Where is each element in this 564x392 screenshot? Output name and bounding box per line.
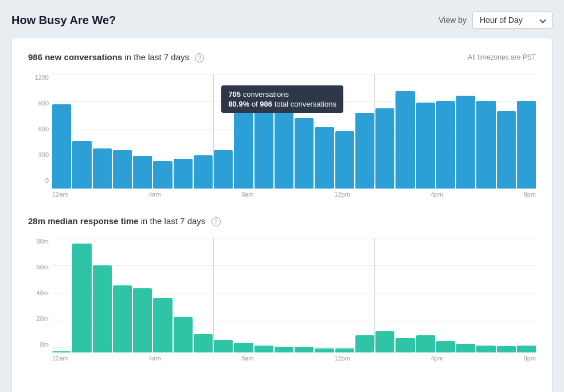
conv-bar-5[interactable]	[153, 161, 172, 189]
resp-bar-17[interactable]	[395, 338, 414, 352]
response-y-axis: 0m 20m 40m 60m 80m	[28, 238, 52, 362]
bar-col-3[interactable]	[113, 74, 132, 189]
bar-col-1[interactable]	[72, 74, 91, 189]
resp-bar-10[interactable]	[254, 346, 273, 353]
conv-bar-12[interactable]	[295, 118, 314, 189]
resp-bar-15[interactable]	[355, 335, 374, 352]
resp-bar-col-5[interactable]	[153, 238, 172, 352]
resp-bar-4[interactable]	[133, 288, 152, 353]
conv-bar-3[interactable]	[113, 150, 132, 189]
bar-col-0[interactable]	[52, 74, 71, 189]
bar-col-15[interactable]	[355, 74, 374, 189]
resp-bar-col-22[interactable]	[497, 238, 516, 352]
resp-bar-col-16[interactable]	[375, 238, 394, 352]
resp-bar-col-18[interactable]	[416, 238, 435, 352]
conversations-help-icon[interactable]: ?	[195, 53, 204, 62]
bar-col-18[interactable]	[416, 74, 435, 189]
resp-bar-col-2[interactable]	[93, 238, 112, 352]
resp-bar-19[interactable]	[436, 341, 455, 352]
resp-bar-12[interactable]	[295, 347, 314, 352]
resp-bar-23[interactable]	[517, 346, 536, 353]
bar-col-12[interactable]	[295, 74, 314, 189]
resp-bar-col-19[interactable]	[436, 238, 455, 352]
view-by-select[interactable]: Hour of Day	[472, 11, 553, 29]
bar-col-6[interactable]	[174, 74, 193, 189]
conv-bar-6[interactable]	[174, 159, 193, 189]
resp-bar-9[interactable]	[234, 343, 253, 353]
resp-bar-21[interactable]	[476, 346, 495, 353]
conv-bar-16[interactable]	[375, 108, 394, 189]
resp-bar-col-8[interactable]	[214, 238, 233, 352]
bar-col-11[interactable]	[275, 74, 293, 189]
resp-bar-col-23[interactable]	[517, 238, 536, 352]
conv-bar-21[interactable]	[476, 101, 495, 189]
bar-col-13[interactable]	[315, 74, 334, 189]
conv-bar-10[interactable]	[254, 98, 273, 189]
resp-bar-18[interactable]	[416, 335, 435, 352]
conv-bar-8[interactable]	[214, 150, 233, 189]
conv-bar-9[interactable]	[234, 105, 253, 189]
resp-bar-col-0[interactable]	[52, 238, 71, 352]
bar-col-7[interactable]	[194, 74, 213, 189]
conv-bar-15[interactable]	[355, 113, 374, 189]
conv-bar-23[interactable]	[517, 101, 536, 189]
resp-bar-14[interactable]	[335, 348, 354, 353]
resp-bar-1[interactable]	[72, 244, 91, 352]
resp-bar-col-12[interactable]	[295, 238, 314, 352]
bar-col-20[interactable]	[456, 74, 475, 189]
conv-bar-17[interactable]	[395, 91, 414, 189]
resp-bar-20[interactable]	[456, 344, 475, 352]
bar-col-9[interactable]	[234, 74, 253, 189]
resp-bar-6[interactable]	[174, 317, 193, 353]
resp-bar-8[interactable]	[214, 340, 233, 353]
conv-bar-19[interactable]	[436, 101, 455, 189]
resp-bar-col-13[interactable]	[315, 238, 334, 352]
conv-bar-13[interactable]	[315, 127, 334, 189]
bar-col-5[interactable]	[153, 74, 172, 189]
resp-bar-col-21[interactable]	[476, 238, 495, 352]
resp-bar-col-1[interactable]	[72, 238, 91, 352]
resp-bar-7[interactable]	[194, 334, 213, 353]
conv-bar-7[interactable]	[194, 155, 213, 189]
bar-col-10[interactable]	[254, 74, 273, 189]
resp-bar-col-10[interactable]	[254, 238, 273, 352]
resp-bar-col-20[interactable]	[456, 238, 475, 352]
conv-bar-18[interactable]	[416, 103, 435, 189]
conv-bar-11[interactable]	[275, 110, 293, 189]
bar-col-23[interactable]	[517, 74, 536, 189]
bar-col-4[interactable]	[133, 74, 152, 189]
response-help-icon[interactable]: ?	[211, 217, 221, 226]
conv-bar-4[interactable]	[133, 156, 152, 189]
conv-bar-22[interactable]	[497, 111, 516, 189]
resp-bar-col-14[interactable]	[335, 238, 354, 352]
resp-bar-col-4[interactable]	[133, 238, 152, 352]
bar-col-17[interactable]	[395, 74, 414, 189]
resp-bar-0[interactable]	[52, 351, 71, 353]
bar-col-19[interactable]	[436, 74, 455, 189]
conv-bar-1[interactable]	[72, 141, 91, 189]
resp-bar-5[interactable]	[153, 298, 172, 352]
resp-bar-11[interactable]	[275, 347, 293, 352]
conv-bar-0[interactable]	[52, 104, 71, 189]
resp-bar-col-17[interactable]	[395, 238, 414, 352]
resp-bar-2[interactable]	[93, 265, 112, 353]
resp-bar-22[interactable]	[497, 346, 516, 352]
conv-bar-20[interactable]	[456, 96, 475, 189]
conv-bar-2[interactable]	[93, 148, 112, 189]
resp-bar-3[interactable]	[113, 285, 132, 353]
bar-col-2[interactable]	[93, 74, 112, 189]
resp-bar-col-11[interactable]	[275, 238, 293, 352]
resp-bar-col-3[interactable]	[113, 238, 132, 352]
resp-bar-col-6[interactable]	[174, 238, 193, 352]
bar-col-8[interactable]	[214, 74, 233, 189]
bar-col-16[interactable]	[375, 74, 394, 189]
conv-bar-14[interactable]	[335, 131, 354, 189]
resp-bar-13[interactable]	[315, 348, 334, 353]
resp-bar-col-7[interactable]	[194, 238, 213, 352]
resp-bar-16[interactable]	[375, 331, 394, 353]
resp-bar-col-9[interactable]	[234, 238, 253, 352]
bar-col-22[interactable]	[497, 74, 516, 189]
bar-col-14[interactable]	[335, 74, 354, 189]
bar-col-21[interactable]	[476, 74, 495, 189]
resp-bar-col-15[interactable]	[355, 238, 374, 352]
